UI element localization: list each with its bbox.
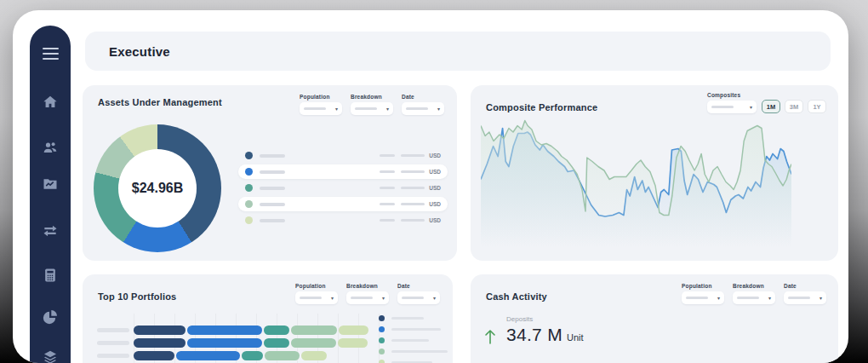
select-placeholder	[355, 107, 377, 110]
chevron-down-icon: ▾	[386, 107, 389, 112]
legend-value-placeholder	[401, 187, 425, 189]
legend-value-placeholder	[401, 170, 425, 173]
composites-select[interactable]: ▾	[707, 101, 757, 113]
legend-value-placeholder	[380, 219, 395, 222]
filter-population: Population▾	[682, 283, 724, 304]
legend-name-placeholder	[260, 203, 285, 206]
filter-population: Population▾	[300, 94, 342, 115]
filter-breakdown: Breakdown▾	[351, 94, 393, 115]
legend-dot	[379, 360, 385, 363]
transfer-arrows-icon[interactable]	[41, 222, 60, 240]
filter-select[interactable]: ▾	[784, 291, 826, 304]
bar-segment	[301, 351, 327, 360]
bar-segment	[265, 351, 300, 360]
legend-value-placeholder	[380, 170, 395, 173]
legend-value-placeholder	[380, 203, 395, 205]
composite-controls: Composites ▾ 1M3M1Y	[707, 92, 826, 113]
legend-row	[379, 360, 448, 363]
bar-segment	[134, 326, 186, 335]
filter-date: Date▾	[402, 94, 444, 115]
bar-chart-legend	[379, 315, 448, 363]
home-icon[interactable]	[41, 93, 60, 112]
filter-select[interactable]: ▾	[295, 291, 338, 304]
legend-row: USD	[238, 164, 448, 179]
legend-name-placeholder	[260, 219, 285, 222]
legend-name-placeholder	[260, 154, 285, 158]
filter-label: Population	[682, 283, 724, 289]
card-title: Assets Under Management	[98, 97, 222, 107]
legend-value-placeholder	[401, 219, 425, 222]
legend-name-placeholder	[260, 187, 285, 190]
donut-chart: $24.96B	[94, 124, 221, 252]
chart-folder-icon[interactable]	[41, 175, 60, 193]
filter-label: Population	[295, 283, 338, 289]
legend-dot	[245, 168, 253, 176]
filter-date: Date▾	[784, 283, 826, 304]
range-button-3m[interactable]: 3M	[785, 100, 803, 113]
filter-population: Population▾	[295, 283, 338, 304]
legend-row	[379, 326, 448, 332]
calculator-icon[interactable]	[41, 266, 60, 285]
card-title: Cash Activity	[486, 291, 547, 302]
header-bar: Executive	[85, 32, 831, 71]
card-title: Composite Performance	[486, 102, 597, 112]
currency-label: USD	[429, 201, 441, 207]
filter-select[interactable]: ▾	[397, 291, 440, 304]
select-placeholder	[686, 297, 708, 299]
select-placeholder	[351, 297, 373, 299]
layers-icon[interactable]	[41, 348, 60, 363]
filter-select[interactable]: ▾	[402, 102, 444, 115]
chevron-down-icon: ▾	[433, 296, 436, 301]
legend-dot	[245, 152, 253, 159]
select-placeholder	[711, 106, 734, 108]
pie-chart-icon[interactable]	[41, 308, 60, 326]
legend-dot	[379, 315, 385, 321]
metric-label: Deposits	[506, 315, 584, 323]
legend-name-placeholder	[391, 350, 448, 353]
bar-segment	[242, 351, 263, 360]
select-placeholder	[788, 297, 810, 299]
bar-segment	[291, 338, 336, 348]
filter-select[interactable]: ▾	[733, 291, 775, 304]
card-cash-activity: Cash Activity Population▾Breakdown▾Date▾…	[471, 274, 838, 363]
legend-value-placeholder	[380, 187, 395, 189]
app-window: Executive Assets Under Management Popula…	[13, 10, 848, 363]
legend-dot	[245, 216, 253, 224]
legend-row	[379, 337, 448, 343]
legend-dot	[245, 184, 253, 192]
card-composite-performance: Composite Performance Composites ▾ 1M3M1…	[471, 85, 838, 261]
deposits-metric: Deposits 34.7 M Unit	[484, 315, 584, 345]
legend-row: USD	[238, 148, 448, 163]
currency-label: USD	[429, 185, 441, 191]
legend-value-placeholder	[380, 154, 395, 157]
bar-segment	[176, 351, 240, 360]
filter-breakdown: Breakdown▾	[733, 283, 775, 304]
legend-name-placeholder	[391, 339, 429, 342]
filter-select[interactable]: ▾	[682, 291, 724, 304]
row-label-placeholder	[97, 354, 129, 358]
cash-filters: Population▾Breakdown▾Date▾	[682, 283, 826, 304]
range-button-1m[interactable]: 1M	[762, 100, 780, 113]
users-icon[interactable]	[41, 138, 60, 157]
donut-center: $24.96B	[118, 149, 197, 228]
donut-legend: USDUSDUSDUSDUSD	[238, 148, 448, 228]
currency-label: USD	[429, 153, 441, 158]
legend-dot	[379, 349, 385, 354]
bar-segment	[187, 326, 262, 335]
chevron-down-icon: ▾	[382, 296, 385, 301]
legend-row: USD	[238, 197, 448, 211]
filter-select[interactable]: ▾	[300, 102, 342, 115]
row-label-placeholder	[97, 328, 129, 332]
filter-select[interactable]: ▾	[351, 102, 393, 115]
range-button-1y[interactable]: 1Y	[808, 100, 826, 113]
legend-row: USD	[238, 213, 448, 228]
arrow-up-icon	[484, 329, 496, 344]
filter-select[interactable]: ▾	[346, 291, 389, 304]
legend-value-placeholder	[401, 203, 425, 205]
filter-label: Breakdown	[346, 283, 389, 289]
chevron-down-icon: ▾	[717, 296, 720, 301]
chevron-down-icon: ▾	[437, 107, 440, 112]
range-buttons: 1M3M1Y	[762, 100, 826, 113]
menu-icon[interactable]	[41, 44, 60, 63]
filter-label: Date	[784, 283, 826, 289]
